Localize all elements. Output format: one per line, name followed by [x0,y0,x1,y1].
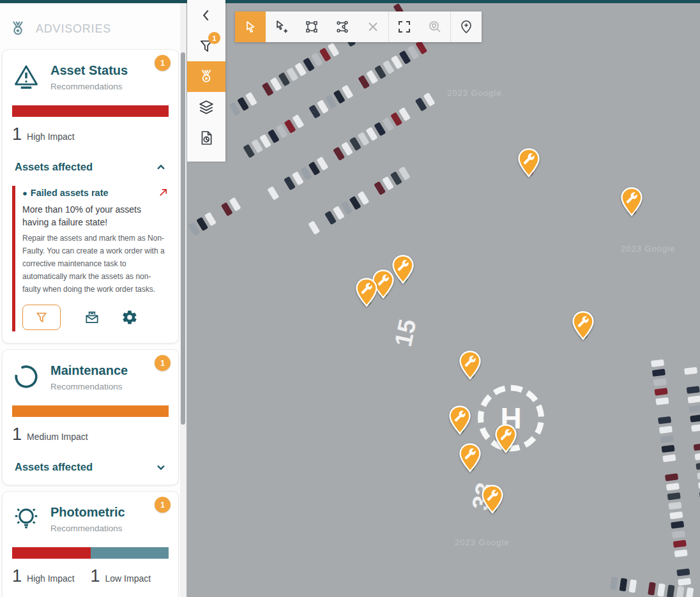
open-advisory-icon[interactable] [158,187,169,198]
advisory-description: Repair the assets and mark them as Non-F… [22,232,169,296]
parked-car [648,582,656,595]
filter-badge: 1 [208,32,220,44]
impact-count: 1High Impact [12,566,91,586]
create-work-order-button[interactable] [84,309,100,326]
parked-car [620,578,628,591]
parked-car [653,378,667,386]
parked-car [668,502,681,510]
impact-bar [12,405,169,417]
card-title: Maintenance [50,363,128,378]
map-side-toolbar: 1 [187,0,225,162]
impact-count: 1Low Impact [91,566,169,586]
pin-plus-icon [459,19,474,34]
advisories-sidebar: ADVISORIES 1 Asset Status Recommendation… [0,3,186,597]
impact-bar-segment [91,547,169,559]
map-layers-button[interactable] [187,92,225,123]
parked-car [610,577,618,590]
map-watermark: 2023 Google [455,538,509,547]
advisory-title: ●Failed assets rate [22,188,109,198]
parked-car [667,492,681,500]
card-maintenance[interactable]: 1 Maintenance Recommendations 1Medium Im… [2,349,179,485]
parked-car [665,473,678,481]
parked-car [671,521,684,529]
map-marker-pin[interactable] [481,485,504,514]
map-marker-pin[interactable] [572,311,595,340]
select-tool-button[interactable] [235,11,266,42]
map-marker-pin[interactable] [459,443,482,472]
map-watermark: 2023 Google [447,88,501,98]
sidebar-scrollbar-track[interactable] [180,3,186,597]
zoom-to-marker-tool-button[interactable] [420,11,450,42]
car-row [267,91,438,201]
assets-affected-label: Assets affected [15,461,93,473]
car-row [243,39,430,160]
polygon-select-tool-button[interactable] [327,11,358,42]
parked-car [684,367,697,375]
impact-label: Medium Impact [27,432,88,442]
parked-car [687,386,700,393]
clear-selection-tool-button[interactable] [358,11,388,42]
advisory-actions [22,305,169,330]
impact-label: High Impact [27,132,75,142]
card-asset-status[interactable]: 1 Asset Status Recommendations 1High Imp… [2,49,179,344]
report-button[interactable] [187,123,225,153]
filter-assets-button[interactable] [22,305,61,330]
parked-car [691,424,700,432]
map-marker-pin[interactable] [620,187,643,216]
impact-bar-segment [12,547,91,559]
rectangle-select-icon [304,19,319,34]
parked-car [666,483,680,490]
medal-icon [9,20,27,38]
impact-count: 1High Impact [12,125,169,144]
map-canvas[interactable]: 2023 Google2023 Google2023 Google H 1533 [186,3,700,597]
bullet-icon: ● [22,188,27,198]
page-title: ADVISORIES [36,22,111,36]
parked-car [669,511,683,519]
advisory-item[interactable]: ●Failed assets rate More than 10% of you… [12,186,169,331]
mail-icon [84,309,100,326]
impact-bar [12,547,169,559]
card-subtitle: Recommendations [50,382,128,391]
card-photometric[interactable]: 1 Photometric Recommendations 1High Impa… [2,491,179,597]
parked-car [657,407,670,414]
parked-car [652,369,666,377]
parked-car [676,568,690,576]
map-marker-pin[interactable] [517,148,540,178]
add-asset-tool-button[interactable] [266,11,296,42]
parked-car [689,405,700,412]
advisory-summary: More than 10% of your assets having a fa… [22,203,169,229]
card-subtitle: Recommendations [50,82,128,91]
fit-view-tool-button[interactable] [389,11,420,42]
parked-car [696,462,700,470]
lightbulb-icon [12,504,40,533]
settings-button[interactable] [121,309,138,326]
sidebar-header: ADVISORIES [0,3,186,49]
map-marker-pin[interactable] [392,255,415,284]
impact-bar-segment [12,405,169,417]
parked-car [674,549,688,557]
cursor-plus-icon [273,19,289,34]
map-marker-pin[interactable] [459,351,482,380]
card-subtitle: Recommendations [50,524,125,533]
parked-car [686,587,694,597]
assets-affected-toggle[interactable]: Assets affected [15,161,166,173]
map-marker-pin[interactable] [355,278,378,307]
parked-car [673,540,687,548]
drop-pin-tool-button[interactable] [451,11,482,42]
assets-affected-toggle[interactable]: Assets affected [15,461,166,473]
advisories-layer-button[interactable] [187,61,225,92]
card-header: Asset Status Recommendations [12,60,169,91]
map-toolbar [235,11,482,42]
impact-counts: 1Medium Impact [12,425,169,444]
map-marker-pin[interactable] [494,424,517,453]
parked-car [657,584,666,597]
collapse-panel-button[interactable] [187,0,225,31]
chevron-up-icon [156,162,166,172]
impact-number: 1 [12,425,22,444]
map-marker-pin[interactable] [448,405,471,435]
parked-car [694,443,700,451]
map-filter-button[interactable]: 1 [187,31,225,61]
impact-counts: 1High Impact [12,125,169,144]
sidebar-scrollbar-thumb[interactable] [181,52,185,425]
rectangle-select-tool-button[interactable] [296,11,327,42]
